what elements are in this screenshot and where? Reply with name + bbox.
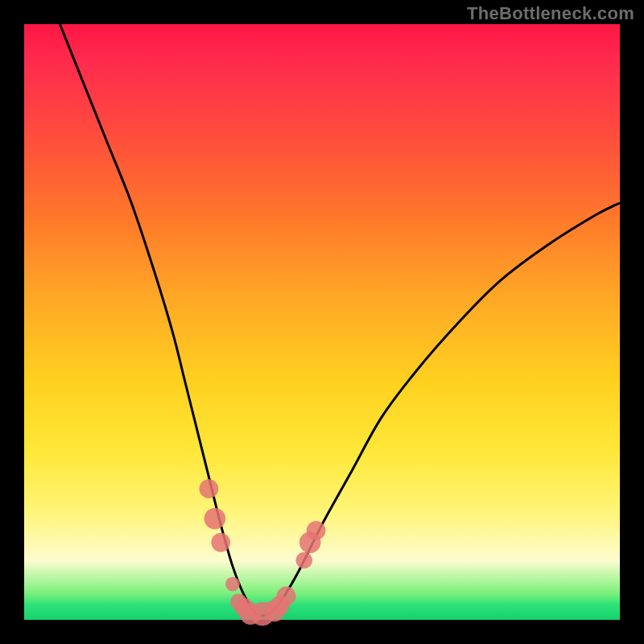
- data-marker: [307, 521, 326, 540]
- plot-area: [24, 24, 620, 620]
- chart-frame: TheBottleneck.com: [0, 0, 644, 644]
- data-marker: [277, 587, 296, 606]
- curve-layer: [24, 24, 620, 620]
- data-marker: [211, 533, 230, 552]
- data-marker: [295, 552, 312, 569]
- watermark-text: TheBottleneck.com: [467, 3, 634, 24]
- data-marker: [225, 577, 240, 592]
- markers-group: [200, 479, 326, 625]
- data-marker: [204, 508, 225, 530]
- bottleneck-curve: [60, 24, 620, 616]
- data-marker: [200, 479, 219, 498]
